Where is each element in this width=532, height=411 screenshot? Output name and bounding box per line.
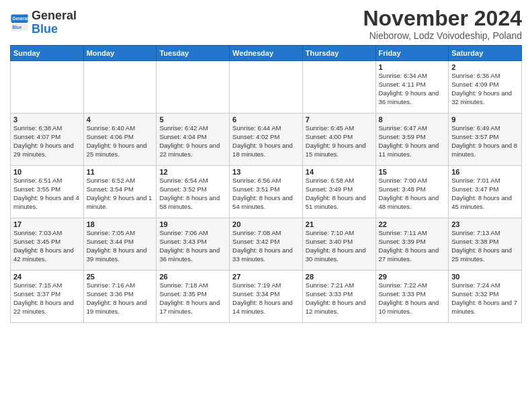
day-number: 29 — [379, 273, 446, 281]
calendar-cell: 29Sunrise: 7:22 AM Sunset: 3:33 PM Dayli… — [375, 271, 449, 323]
calendar-cell: 24Sunrise: 7:15 AM Sunset: 3:37 PM Dayli… — [11, 271, 84, 323]
calendar-body: 1Sunrise: 6:34 AM Sunset: 4:11 PM Daylig… — [11, 61, 522, 323]
day-number: 9 — [451, 116, 519, 124]
calendar-cell — [302, 61, 375, 113]
day-number: 17 — [13, 220, 81, 228]
day-info: Sunrise: 7:15 AM Sunset: 3:37 PM Dayligh… — [13, 281, 81, 316]
calendar-cell: 7Sunrise: 6:45 AM Sunset: 4:00 PM Daylig… — [302, 113, 375, 166]
logo-text: General Blue — [32, 9, 77, 36]
day-number: 24 — [13, 273, 81, 281]
calendar-cell: 19Sunrise: 7:06 AM Sunset: 3:43 PM Dayli… — [157, 218, 230, 271]
day-number: 15 — [379, 168, 446, 176]
day-info: Sunrise: 6:34 AM Sunset: 4:11 PM Dayligh… — [379, 72, 446, 106]
subtitle: Nieborow, Lodz Voivodeship, Poland — [363, 30, 522, 41]
logo-icon: General Blue — [10, 13, 29, 32]
day-info: Sunrise: 6:47 AM Sunset: 3:59 PM Dayligh… — [379, 124, 446, 158]
day-number: 20 — [232, 220, 300, 228]
day-number: 2 — [451, 63, 519, 71]
col-header-wednesday: Wednesday — [230, 46, 303, 61]
day-number: 26 — [159, 273, 226, 281]
logo: General Blue General Blue — [10, 9, 77, 36]
day-info: Sunrise: 6:44 AM Sunset: 4:02 PM Dayligh… — [232, 124, 300, 158]
col-header-friday: Friday — [375, 46, 449, 61]
day-number: 10 — [13, 168, 81, 176]
calendar-cell: 23Sunrise: 7:13 AM Sunset: 3:38 PM Dayli… — [449, 218, 522, 271]
col-header-monday: Monday — [83, 46, 157, 61]
day-number: 4 — [87, 116, 154, 124]
calendar-cell: 1Sunrise: 6:34 AM Sunset: 4:11 PM Daylig… — [375, 61, 449, 113]
day-number: 16 — [451, 168, 519, 176]
calendar-table: SundayMondayTuesdayWednesdayThursdayFrid… — [10, 45, 522, 323]
calendar-cell — [157, 61, 230, 113]
day-info: Sunrise: 6:51 AM Sunset: 3:55 PM Dayligh… — [13, 177, 81, 211]
calendar-cell: 16Sunrise: 7:01 AM Sunset: 3:47 PM Dayli… — [449, 166, 522, 218]
day-number: 6 — [232, 116, 300, 124]
logo-blue: Blue — [32, 22, 58, 36]
calendar-cell: 6Sunrise: 6:44 AM Sunset: 4:02 PM Daylig… — [230, 113, 303, 166]
day-info: Sunrise: 7:19 AM Sunset: 3:34 PM Dayligh… — [232, 281, 300, 316]
day-number: 14 — [306, 168, 373, 176]
week-row-1: 1Sunrise: 6:34 AM Sunset: 4:11 PM Daylig… — [11, 61, 522, 113]
day-info: Sunrise: 7:22 AM Sunset: 3:33 PM Dayligh… — [379, 281, 446, 316]
week-row-3: 10Sunrise: 6:51 AM Sunset: 3:55 PM Dayli… — [11, 166, 522, 218]
day-info: Sunrise: 6:42 AM Sunset: 4:04 PM Dayligh… — [159, 124, 226, 158]
day-info: Sunrise: 7:21 AM Sunset: 3:33 PM Dayligh… — [306, 281, 373, 316]
day-number: 3 — [13, 116, 81, 124]
day-info: Sunrise: 7:24 AM Sunset: 3:32 PM Dayligh… — [451, 281, 519, 316]
week-row-5: 24Sunrise: 7:15 AM Sunset: 3:37 PM Dayli… — [11, 271, 522, 323]
calendar-cell: 2Sunrise: 6:36 AM Sunset: 4:09 PM Daylig… — [449, 61, 522, 113]
day-number: 27 — [232, 273, 300, 281]
calendar-cell: 25Sunrise: 7:16 AM Sunset: 3:36 PM Dayli… — [83, 271, 157, 323]
day-info: Sunrise: 7:00 AM Sunset: 3:48 PM Dayligh… — [379, 177, 446, 211]
month-title: November 2024 — [363, 7, 522, 30]
calendar-cell: 20Sunrise: 7:08 AM Sunset: 3:42 PM Dayli… — [230, 218, 303, 271]
day-info: Sunrise: 6:36 AM Sunset: 4:09 PM Dayligh… — [451, 72, 519, 106]
day-number: 7 — [306, 116, 373, 124]
title-block: November 2024 Nieborow, Lodz Voivodeship… — [363, 7, 522, 41]
day-info: Sunrise: 7:05 AM Sunset: 3:44 PM Dayligh… — [87, 229, 154, 263]
day-number: 19 — [159, 220, 226, 228]
day-info: Sunrise: 7:11 AM Sunset: 3:39 PM Dayligh… — [379, 229, 446, 263]
page-container: General Blue General Blue November 2024 … — [0, 0, 532, 330]
calendar-cell: 10Sunrise: 6:51 AM Sunset: 3:55 PM Dayli… — [11, 166, 84, 218]
header: General Blue General Blue November 2024 … — [10, 7, 522, 41]
col-header-tuesday: Tuesday — [157, 46, 230, 61]
day-number: 1 — [379, 63, 446, 71]
calendar-cell: 4Sunrise: 6:40 AM Sunset: 4:06 PM Daylig… — [83, 113, 157, 166]
calendar-cell: 3Sunrise: 6:38 AM Sunset: 4:07 PM Daylig… — [11, 113, 84, 166]
calendar-cell: 21Sunrise: 7:10 AM Sunset: 3:40 PM Dayli… — [302, 218, 375, 271]
col-header-thursday: Thursday — [302, 46, 375, 61]
calendar-cell: 14Sunrise: 6:58 AM Sunset: 3:49 PM Dayli… — [302, 166, 375, 218]
day-number: 22 — [379, 220, 446, 228]
calendar-cell: 9Sunrise: 6:49 AM Sunset: 3:57 PM Daylig… — [449, 113, 522, 166]
day-info: Sunrise: 6:56 AM Sunset: 3:51 PM Dayligh… — [232, 177, 300, 211]
day-info: Sunrise: 7:16 AM Sunset: 3:36 PM Dayligh… — [87, 281, 154, 316]
col-header-saturday: Saturday — [449, 46, 522, 61]
calendar-cell — [11, 61, 84, 113]
svg-text:Blue: Blue — [13, 25, 22, 30]
week-row-2: 3Sunrise: 6:38 AM Sunset: 4:07 PM Daylig… — [11, 113, 522, 166]
logo-general: General — [32, 9, 77, 22]
day-info: Sunrise: 7:06 AM Sunset: 3:43 PM Dayligh… — [159, 229, 226, 263]
day-number: 12 — [159, 168, 226, 176]
calendar-cell: 12Sunrise: 6:54 AM Sunset: 3:52 PM Dayli… — [157, 166, 230, 218]
col-header-sunday: Sunday — [11, 46, 84, 61]
calendar-cell: 11Sunrise: 6:52 AM Sunset: 3:54 PM Dayli… — [83, 166, 157, 218]
calendar-cell: 15Sunrise: 7:00 AM Sunset: 3:48 PM Dayli… — [375, 166, 449, 218]
calendar-cell: 26Sunrise: 7:18 AM Sunset: 3:35 PM Dayli… — [157, 271, 230, 323]
day-info: Sunrise: 6:45 AM Sunset: 4:00 PM Dayligh… — [306, 124, 373, 158]
day-info: Sunrise: 6:49 AM Sunset: 3:57 PM Dayligh… — [451, 124, 519, 158]
day-number: 8 — [379, 116, 446, 124]
calendar-cell — [230, 61, 303, 113]
day-info: Sunrise: 7:10 AM Sunset: 3:40 PM Dayligh… — [306, 229, 373, 263]
calendar-header: SundayMondayTuesdayWednesdayThursdayFrid… — [11, 46, 522, 61]
day-number: 25 — [87, 273, 154, 281]
day-info: Sunrise: 7:08 AM Sunset: 3:42 PM Dayligh… — [232, 229, 300, 263]
calendar-cell — [83, 61, 157, 113]
day-info: Sunrise: 6:38 AM Sunset: 4:07 PM Dayligh… — [13, 124, 81, 158]
day-info: Sunrise: 6:54 AM Sunset: 3:52 PM Dayligh… — [159, 177, 226, 211]
day-info: Sunrise: 6:52 AM Sunset: 3:54 PM Dayligh… — [87, 177, 154, 211]
day-number: 21 — [306, 220, 373, 228]
calendar-cell: 30Sunrise: 7:24 AM Sunset: 3:32 PM Dayli… — [449, 271, 522, 323]
calendar-cell: 27Sunrise: 7:19 AM Sunset: 3:34 PM Dayli… — [230, 271, 303, 323]
